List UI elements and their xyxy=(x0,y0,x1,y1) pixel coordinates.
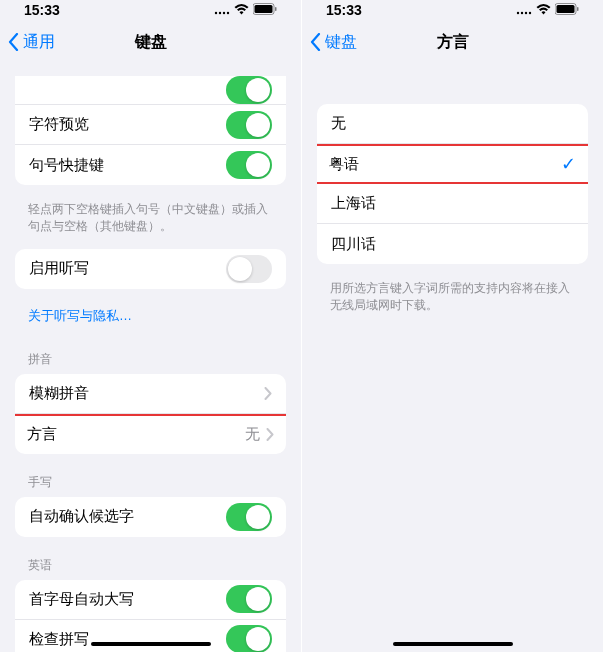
svg-point-0 xyxy=(215,12,217,14)
page-title: 方言 xyxy=(437,32,469,53)
option-label: 上海话 xyxy=(331,194,574,213)
toggle-spell-check[interactable] xyxy=(226,625,272,652)
page-title: 键盘 xyxy=(135,32,167,53)
toggle-switch[interactable] xyxy=(226,76,272,104)
status-icons xyxy=(214,2,277,18)
svg-point-1 xyxy=(219,12,221,14)
section-toggles: 字符预览 句号快捷键 xyxy=(15,76,286,185)
wifi-icon xyxy=(536,2,551,18)
section-dialect-options: 无 粤语 ✓ 上海话 四川话 xyxy=(317,104,588,264)
status-time: 15:33 xyxy=(326,2,362,18)
toggle-dictation[interactable] xyxy=(226,255,272,283)
battery-icon xyxy=(253,2,277,18)
row-period-shortcut: 句号快捷键 xyxy=(15,145,286,185)
svg-rect-12 xyxy=(557,5,575,13)
status-bar: 15:33 xyxy=(0,0,301,20)
status-time: 15:33 xyxy=(24,2,60,18)
svg-point-10 xyxy=(529,12,531,14)
svg-rect-6 xyxy=(275,7,277,11)
cellular-icon xyxy=(516,2,532,18)
header-pinyin: 拼音 xyxy=(0,343,301,374)
svg-point-9 xyxy=(525,12,527,14)
svg-point-8 xyxy=(521,12,523,14)
footer-period-help: 轻点两下空格键插入句号（中文键盘）或插入句点与空格（其他键盘）。 xyxy=(0,197,301,249)
screen-keyboard: 15:33 通用 键盘 字符预览 句号快捷键 xyxy=(0,0,301,652)
svg-rect-5 xyxy=(255,5,273,13)
wifi-icon xyxy=(234,2,249,18)
battery-icon xyxy=(555,2,579,18)
cellular-icon xyxy=(214,2,230,18)
home-indicator[interactable] xyxy=(91,642,211,646)
row-value: 无 xyxy=(245,425,260,444)
option-shanghai[interactable]: 上海话 xyxy=(317,184,588,224)
nav-bar: 键盘 方言 xyxy=(302,20,603,64)
row-spell-check: 检查拼写 xyxy=(15,620,286,652)
toggle-period-shortcut[interactable] xyxy=(226,151,272,179)
section-pinyin: 模糊拼音 方言 无 xyxy=(15,374,286,454)
row-auto-confirm: 自动确认候选字 xyxy=(15,497,286,537)
chevron-left-icon xyxy=(8,33,19,51)
toggle-char-preview[interactable] xyxy=(226,111,272,139)
chevron-left-icon xyxy=(310,33,321,51)
back-button[interactable]: 通用 xyxy=(0,32,55,53)
dictation-privacy-link[interactable]: 关于听写与隐私… xyxy=(0,301,301,343)
row-dictation: 启用听写 xyxy=(15,249,286,289)
row-char-preview: 字符预览 xyxy=(15,105,286,145)
option-none[interactable]: 无 xyxy=(317,104,588,144)
option-sichuan[interactable]: 四川话 xyxy=(317,224,588,264)
svg-point-3 xyxy=(227,12,229,14)
row-label: 模糊拼音 xyxy=(29,384,264,403)
chevron-right-icon xyxy=(264,387,272,400)
option-label: 四川话 xyxy=(331,235,574,254)
checkmark-icon: ✓ xyxy=(561,153,576,175)
back-label: 键盘 xyxy=(325,32,357,53)
option-label: 无 xyxy=(331,114,574,133)
row-label: 字符预览 xyxy=(29,115,226,134)
section-handwriting: 自动确认候选字 xyxy=(15,497,286,537)
svg-rect-13 xyxy=(577,7,579,11)
home-indicator[interactable] xyxy=(393,642,513,646)
status-bar: 15:33 xyxy=(302,0,603,20)
back-button[interactable]: 键盘 xyxy=(302,32,357,53)
row-fuzzy-pinyin[interactable]: 模糊拼音 xyxy=(15,374,286,414)
row-dialect[interactable]: 方言 无 xyxy=(15,414,286,454)
row-label: 方言 xyxy=(27,425,245,444)
row-label: 启用听写 xyxy=(29,259,226,278)
nav-bar: 通用 键盘 xyxy=(0,20,301,64)
footer-dialect-help: 用所选方言键入字词所需的支持内容将在接入无线局域网时下载。 xyxy=(302,276,603,328)
option-cantonese[interactable]: 粤语 ✓ xyxy=(317,144,588,184)
status-icons xyxy=(516,2,579,18)
toggle-auto-caps[interactable] xyxy=(226,585,272,613)
chevron-right-icon xyxy=(266,428,274,441)
row-label: 句号快捷键 xyxy=(29,156,226,175)
svg-point-7 xyxy=(517,12,519,14)
header-handwriting: 手写 xyxy=(0,466,301,497)
row-toggle-partial xyxy=(15,76,286,105)
screen-dialect: 15:33 键盘 方言 无 粤语 ✓ 上海话 xyxy=(302,0,603,652)
toggle-auto-confirm[interactable] xyxy=(226,503,272,531)
option-label: 粤语 xyxy=(329,155,561,174)
row-auto-caps: 首字母自动大写 xyxy=(15,580,286,620)
svg-point-2 xyxy=(223,12,225,14)
header-english: 英语 xyxy=(0,549,301,580)
row-label: 自动确认候选字 xyxy=(29,507,226,526)
section-dictation: 启用听写 xyxy=(15,249,286,289)
row-label: 首字母自动大写 xyxy=(29,590,226,609)
back-label: 通用 xyxy=(23,32,55,53)
